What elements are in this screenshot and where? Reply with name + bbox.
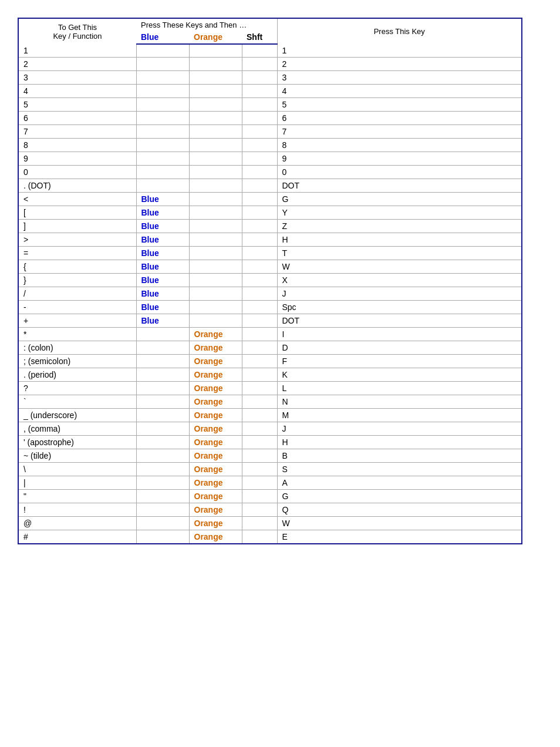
orange-cell: Orange (189, 449, 242, 463)
orange-cell (189, 166, 242, 179)
blue-cell (136, 395, 189, 409)
func-cell: . (period) (19, 368, 136, 382)
func-cell: ! (19, 503, 136, 517)
key-cell: Q (277, 503, 521, 517)
orange-cell: Orange (189, 368, 242, 382)
orange-cell: Orange (189, 341, 242, 355)
shft-cell (242, 355, 277, 368)
blue-cell (136, 139, 189, 152)
shft-cell (242, 368, 277, 382)
table-row: . (DOT)DOT (19, 179, 521, 193)
col-func-line1: To Get This (58, 23, 97, 32)
blue-cell (136, 490, 189, 503)
func-cell: ~ (tilde) (19, 449, 136, 463)
func-cell: } (19, 274, 136, 287)
func-cell: \ (19, 463, 136, 476)
shft-cell (242, 382, 277, 395)
shft-cell (242, 112, 277, 125)
orange-cell (189, 220, 242, 233)
orange-cell (189, 139, 242, 152)
table-row: =BlueT (19, 247, 521, 260)
orange-cell (189, 193, 242, 206)
table-row: +BlueDOT (19, 314, 521, 328)
key-cell: S (277, 463, 521, 476)
blue-cell: Blue (136, 301, 189, 314)
table-row: 88 (19, 139, 521, 152)
key-cell: Y (277, 206, 521, 220)
shft-cell (242, 341, 277, 355)
table-row: 00 (19, 166, 521, 179)
shft-cell (242, 314, 277, 328)
blue-cell (136, 476, 189, 490)
orange-cell: Orange (189, 503, 242, 517)
func-cell: 2 (19, 58, 136, 71)
orange-cell (189, 85, 242, 98)
func-cell: < (19, 193, 136, 206)
table-row: 99 (19, 152, 521, 166)
key-cell: 4 (277, 85, 521, 98)
key-cell: 3 (277, 71, 521, 85)
key-cell: I (277, 328, 521, 341)
shft-cell (242, 490, 277, 503)
shft-cell (242, 179, 277, 193)
key-cell: B (277, 449, 521, 463)
shft-cell (242, 58, 277, 71)
key-cell: 6 (277, 112, 521, 125)
table-row: *OrangeI (19, 328, 521, 341)
orange-cell (189, 287, 242, 301)
orange-cell: Orange (189, 530, 242, 544)
key-cell: D (277, 341, 521, 355)
blue-cell (136, 422, 189, 436)
key-cell: 7 (277, 125, 521, 139)
key-cell: W (277, 517, 521, 530)
key-cell: N (277, 395, 521, 409)
key-cell: T (277, 247, 521, 260)
blue-cell (136, 152, 189, 166)
table-row: 11 (19, 44, 521, 58)
shft-cell (242, 463, 277, 476)
func-cell: . (DOT) (19, 179, 136, 193)
table-row: #OrangeE (19, 530, 521, 544)
table-row: ~ (tilde)OrangeB (19, 449, 521, 463)
blue-cell (136, 341, 189, 355)
shft-cell (242, 328, 277, 341)
func-cell: [ (19, 206, 136, 220)
table-row: ' (apostrophe)OrangeH (19, 436, 521, 449)
blue-cell: Blue (136, 274, 189, 287)
func-cell: { (19, 260, 136, 274)
blue-cell (136, 355, 189, 368)
orange-cell: Orange (189, 422, 242, 436)
func-cell: 3 (19, 71, 136, 85)
orange-cell (189, 112, 242, 125)
func-cell: # (19, 530, 136, 544)
table-row: ?OrangeL (19, 382, 521, 395)
func-cell: 7 (19, 125, 136, 139)
shft-cell (242, 166, 277, 179)
orange-cell: Orange (189, 328, 242, 341)
shft-cell (242, 247, 277, 260)
shft-cell (242, 422, 277, 436)
table-row: _ (underscore)OrangeM (19, 409, 521, 422)
shft-cell (242, 409, 277, 422)
key-cell: H (277, 436, 521, 449)
orange-cell (189, 247, 242, 260)
func-cell: | (19, 476, 136, 490)
blue-cell (136, 449, 189, 463)
orange-cell (189, 233, 242, 247)
blue-cell (136, 382, 189, 395)
key-cell: 5 (277, 98, 521, 112)
shft-cell (242, 301, 277, 314)
orange-cell: Orange (189, 463, 242, 476)
orange-cell (189, 125, 242, 139)
table-row: 66 (19, 112, 521, 125)
col-orange-header: Orange (189, 31, 242, 44)
keyboard-reference-table: To Get This Key / Function Press These K… (18, 18, 522, 544)
col-func-header: To Get This Key / Function (19, 19, 136, 44)
func-cell: ] (19, 220, 136, 233)
orange-cell (189, 98, 242, 112)
blue-cell (136, 85, 189, 98)
blue-cell (136, 436, 189, 449)
shft-cell (242, 395, 277, 409)
blue-cell (136, 409, 189, 422)
shft-cell (242, 193, 277, 206)
